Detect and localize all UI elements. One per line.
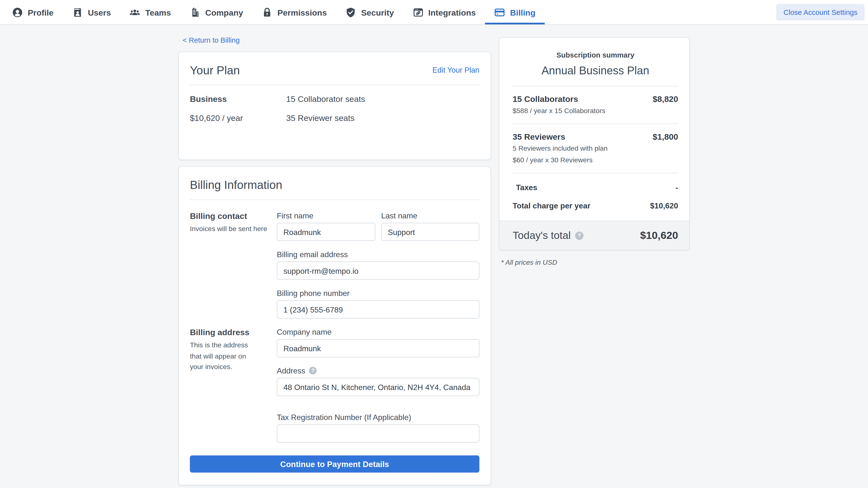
billing-contact-subheading: Invoices will be sent here	[190, 224, 269, 235]
tab-label: Permissions	[277, 7, 327, 17]
billing-contact-heading: Billing contact	[190, 211, 269, 221]
first-name-label: First name	[277, 211, 375, 220]
tab-label: Teams	[145, 7, 171, 17]
tab-label: Security	[361, 7, 394, 17]
line-item-price: $1,800	[653, 132, 678, 142]
todays-total-value: $10,620	[640, 229, 678, 241]
billing-address-section: Billing address This is the address that…	[190, 327, 479, 443]
billing-address-subheading: This is the address that will appear on …	[190, 340, 259, 372]
line-item-detail: $588 / year x 15 Collaborators	[513, 106, 678, 116]
billing-information-title: Billing Information	[190, 178, 479, 192]
profile-icon	[12, 7, 23, 17]
subscription-summary-heading: Subscription summary	[513, 51, 678, 59]
line-item-detail: $60 / year x 30 Reviewers	[513, 155, 678, 166]
reviewer-seats: 35 Reviewer seats	[286, 113, 479, 123]
continue-to-payment-button[interactable]: Continue to Payment Details	[190, 456, 479, 472]
tab-teams[interactable]: Teams	[120, 0, 180, 24]
close-account-settings-button[interactable]: Close Account Settings	[776, 4, 865, 21]
return-to-billing-link[interactable]: < Return to Billing	[183, 36, 240, 45]
your-plan-card: Your Plan Edit Your Plan Business 15 Col…	[178, 52, 491, 160]
tab-label: Users	[88, 7, 111, 17]
total-charge-label: Total charge per year	[513, 201, 591, 210]
users-icon	[72, 7, 83, 17]
tab-permissions[interactable]: Permissions	[253, 0, 336, 24]
billing-information-card: Billing Information Billing contact Invo…	[178, 166, 491, 486]
subscription-plan-title: Annual Business Plan	[513, 64, 678, 77]
tab-label: Integrations	[428, 7, 476, 17]
edit-your-plan-link[interactable]: Edit Your Plan	[433, 66, 479, 74]
company-name-label: Company name	[277, 327, 479, 336]
plan-price: $10,620 / year	[190, 113, 286, 123]
integrations-icon	[413, 7, 423, 17]
billing-phone-field[interactable]	[277, 300, 479, 319]
line-item-reviewers: 35 Reviewers $1,800 5 Reviewers included…	[513, 124, 678, 174]
address-label: Address	[277, 366, 305, 375]
divider	[190, 200, 479, 200]
billing-contact-section: Billing contact Invoices will be sent he…	[190, 211, 479, 319]
tab-label: Billing	[510, 7, 535, 17]
billing-phone-label: Billing phone number	[277, 289, 479, 298]
tab-profile[interactable]: Profile	[3, 0, 63, 24]
account-settings-page: Profile Users Teams Company Permissions	[0, 0, 868, 488]
your-plan-title: Your Plan	[190, 63, 240, 77]
address-help-icon[interactable]: ?	[309, 367, 317, 375]
tab-company[interactable]: Company	[181, 0, 253, 24]
tab-integrations[interactable]: Integrations	[403, 0, 485, 24]
taxes-value: -	[676, 183, 678, 192]
taxes-label: Taxes	[516, 183, 537, 192]
collaborator-seats: 15 Collaborator seats	[286, 94, 479, 104]
line-item-name: 35 Reviewers	[513, 132, 565, 142]
settings-tabs: Profile Users Teams Company Permissions	[3, 0, 545, 24]
line-item-name: 15 Collaborators	[513, 94, 578, 104]
tab-label: Company	[205, 7, 243, 17]
shield-icon	[346, 7, 356, 17]
billing-address-heading: Billing address	[190, 327, 269, 337]
todays-total-label: Today's total	[513, 229, 571, 241]
company-name-field[interactable]	[277, 339, 479, 357]
address-field[interactable]	[277, 378, 479, 396]
tab-security[interactable]: Security	[336, 0, 403, 24]
first-name-field[interactable]	[277, 223, 375, 241]
last-name-field[interactable]	[381, 223, 479, 241]
teams-icon	[130, 7, 140, 17]
top-nav: Profile Users Teams Company Permissions	[0, 0, 868, 25]
last-name-label: Last name	[381, 211, 479, 220]
total-charge-value: $10,620	[650, 201, 678, 210]
tab-users[interactable]: Users	[63, 0, 120, 24]
divider	[190, 85, 479, 85]
billing-email-label: Billing email address	[277, 250, 479, 259]
tax-registration-field[interactable]	[277, 425, 479, 443]
tab-billing[interactable]: Billing	[485, 0, 545, 24]
plan-name: Business	[190, 94, 286, 104]
lock-icon	[262, 7, 272, 17]
prices-footnote: * All prices in USD	[501, 259, 690, 267]
tax-registration-label: Tax Registration Number (If Applicable)	[277, 413, 479, 422]
main-content: < Return to Billing Your Plan Edit Your …	[0, 25, 868, 485]
todays-total-help-icon[interactable]: ?	[575, 231, 584, 239]
billing-email-field[interactable]	[277, 262, 479, 280]
tab-label: Profile	[28, 7, 54, 17]
company-icon	[190, 7, 200, 17]
line-item-price: $8,820	[653, 94, 678, 104]
subscription-summary-card: Subscription summary Annual Business Pla…	[499, 37, 690, 250]
todays-total-section: Today's total ? $10,620	[499, 221, 689, 250]
line-item-collaborators: 15 Collaborators $8,820 $588 / year x 15…	[513, 87, 678, 124]
credit-card-icon	[495, 7, 505, 17]
line-item-detail: 5 Reviewers included with plan	[513, 144, 678, 154]
